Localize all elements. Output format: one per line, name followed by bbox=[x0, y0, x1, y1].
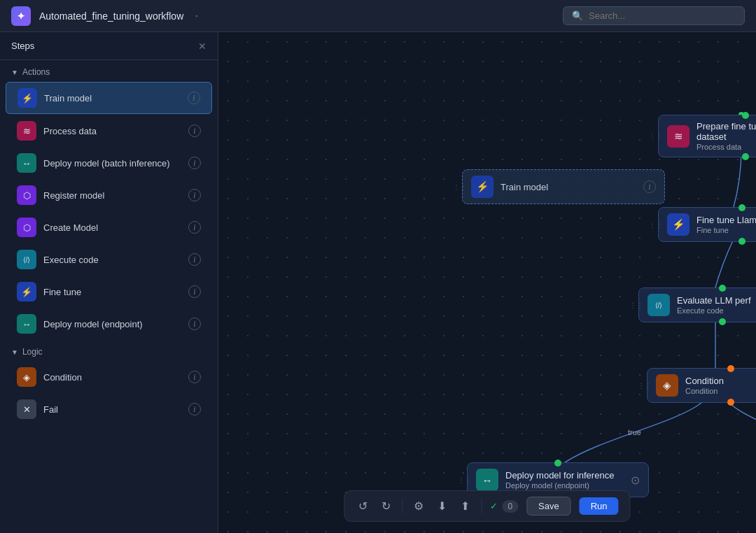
condition-node-subtitle: Condition bbox=[685, 387, 756, 395]
prepare-dataset-title: Prepare fine tuning dataset bbox=[696, 121, 756, 142]
check-badge: 0 bbox=[502, 500, 518, 513]
condition-top-connector bbox=[727, 365, 734, 372]
node-evaluate-llm[interactable]: ⋮⋮ ⟨/⟩ Evaluate LLM perf Execute code ⊙ bbox=[638, 287, 756, 322]
deploy-endpoint-info-icon[interactable]: i bbox=[188, 318, 201, 330]
connections-svg: true false bbox=[218, 32, 756, 533]
condition-label: Condition bbox=[43, 372, 82, 383]
top-bar: ✦ Automated_fine_tuning_workflow · 🔍 bbox=[0, 0, 756, 32]
actions-chevron-icon: ▼ bbox=[11, 69, 18, 76]
condition-node-icon: ◈ bbox=[656, 374, 678, 397]
sidebar-tab-label: Steps bbox=[11, 41, 34, 51]
fine-tune-llama-top-connector bbox=[738, 204, 746, 211]
evaluate-llm-drag-handle: ⋮⋮ bbox=[629, 301, 643, 309]
register-model-info-icon[interactable]: i bbox=[188, 189, 201, 201]
register-model-icon: ⬡ bbox=[17, 185, 36, 205]
ghost-node-train-model[interactable]: ⋮⋮ ⚡ Train model i bbox=[462, 169, 665, 204]
download-button[interactable]: ⬇ bbox=[435, 497, 449, 516]
ghost-node-title: Train model bbox=[500, 182, 636, 192]
sidebar-item-train-model[interactable]: ⚡ Train model i bbox=[6, 82, 212, 114]
fine-tune-llama-icon: ⚡ bbox=[667, 213, 690, 236]
sidebar-close-button[interactable]: ✕ bbox=[198, 41, 206, 51]
deploy-endpoint-icon: ↔ bbox=[17, 314, 36, 334]
title-dot: · bbox=[195, 8, 198, 23]
search-bar[interactable]: 🔍 bbox=[563, 6, 745, 25]
sidebar-item-fine-tune[interactable]: ⚡ Fine tune i bbox=[6, 276, 212, 307]
search-icon: 🔍 bbox=[572, 10, 583, 21]
condition-icon: ◈ bbox=[17, 367, 36, 387]
execute-code-icon: ⟨/⟩ bbox=[17, 250, 36, 269]
deploy-inference-subtitle: Deploy model (endpoint) bbox=[505, 481, 621, 490]
deploy-inference-menu-icon[interactable]: ⊙ bbox=[631, 474, 640, 487]
train-model-label: Train model bbox=[44, 93, 92, 104]
fail-label: Fail bbox=[43, 404, 58, 415]
sidebar-item-register-model[interactable]: ⬡ Register model i bbox=[6, 180, 212, 211]
sidebar-item-execute-code[interactable]: ⟨/⟩ Execute code i bbox=[6, 244, 212, 275]
evaluate-llm-top-connector bbox=[719, 285, 726, 292]
register-model-label: Register model bbox=[43, 190, 104, 201]
sidebar-item-create-model[interactable]: ⬡ Create Model i bbox=[6, 212, 212, 243]
sidebar-item-process-data[interactable]: ≋ Process data i bbox=[6, 115, 212, 146]
deploy-batch-icon: ↔ bbox=[17, 153, 36, 173]
ghost-node-info-icon[interactable]: i bbox=[643, 180, 656, 193]
sidebar-header: Steps ✕ bbox=[0, 32, 218, 60]
sidebar-item-fail[interactable]: ✕ Fail i bbox=[6, 394, 212, 425]
save-button[interactable]: Save bbox=[526, 497, 571, 516]
logic-section-label[interactable]: ▼ Logic bbox=[0, 340, 218, 361]
train-model-icon: ⚡ bbox=[18, 88, 37, 108]
check-status: ✓ 0 bbox=[490, 500, 518, 513]
create-model-icon: ⬡ bbox=[17, 218, 36, 237]
deploy-inference-drag-handle: ⋮⋮ bbox=[458, 476, 472, 484]
deploy-inference-top-connector bbox=[554, 460, 561, 467]
sidebar: Steps ✕ ▼ Actions ⚡ Train model i ≋ Proc… bbox=[0, 32, 218, 533]
deploy-batch-info-icon[interactable]: i bbox=[188, 157, 201, 169]
toolbar-divider-1 bbox=[402, 499, 402, 513]
condition-node-title: Condition bbox=[685, 376, 756, 386]
node-prepare-dataset[interactable]: ⋮⋮ ≋ Prepare fine tuning dataset Process… bbox=[658, 115, 756, 157]
settings-button[interactable]: ⚙ bbox=[411, 497, 426, 516]
actions-section-label[interactable]: ▼ Actions bbox=[0, 60, 218, 81]
sidebar-item-deploy-batch[interactable]: ↔ Deploy model (batch inference) i bbox=[6, 148, 212, 178]
node-condition[interactable]: ⋮⋮ ◈ Condition Condition ⊙ bbox=[647, 368, 756, 403]
fine-tune-label: Fine tune bbox=[43, 287, 81, 297]
process-data-icon: ≋ bbox=[17, 121, 36, 141]
evaluate-llm-title: Evaluate LLM perf bbox=[677, 295, 756, 306]
condition-drag-handle: ⋮⋮ bbox=[638, 382, 652, 390]
prepare-dataset-icon: ≋ bbox=[667, 125, 690, 148]
evaluate-llm-subtitle: Execute code bbox=[677, 306, 756, 315]
deploy-inference-icon: ↔ bbox=[476, 469, 498, 491]
execute-code-info-icon[interactable]: i bbox=[188, 253, 201, 266]
logic-label: Logic bbox=[22, 347, 43, 357]
execute-code-label: Execute code bbox=[43, 255, 99, 265]
fine-tune-llama-drag-handle: ⋮⋮ bbox=[649, 221, 663, 229]
bottom-toolbar: ↺ ↻ ⚙ ⬇ ⬆ ✓ 0 Save Run bbox=[344, 490, 630, 522]
process-data-info-icon[interactable]: i bbox=[188, 125, 201, 137]
ghost-node-icon: ⚡ bbox=[471, 176, 493, 198]
deploy-batch-label: Deploy model (batch inference) bbox=[43, 158, 170, 169]
redo-button[interactable]: ↻ bbox=[379, 497, 393, 516]
run-button[interactable]: Run bbox=[580, 497, 619, 515]
workflow-title: Automated_fine_tuning_workflow bbox=[39, 10, 183, 22]
deploy-inference-title: Deploy model for inference bbox=[505, 470, 621, 481]
condition-info-icon[interactable]: i bbox=[188, 371, 201, 383]
check-icon: ✓ bbox=[490, 501, 498, 511]
create-model-info-icon[interactable]: i bbox=[188, 221, 201, 234]
train-model-info-icon[interactable]: i bbox=[188, 92, 200, 104]
node-fine-tune-llama[interactable]: ⋮⋮ ⚡ Fine tune Llama 3.1 Fine tune ⊙ bbox=[658, 207, 756, 242]
prepare-dataset-drag-handle: ⋮⋮ bbox=[649, 132, 663, 140]
share-button[interactable]: ⬆ bbox=[458, 497, 472, 516]
evaluate-llm-bottom-connector bbox=[719, 318, 726, 325]
deploy-endpoint-label: Deploy model (endpoint) bbox=[43, 319, 143, 329]
fine-tune-icon: ⚡ bbox=[17, 282, 36, 301]
ghost-drag-handle: ⋮⋮ bbox=[453, 183, 467, 191]
actions-label: Actions bbox=[22, 67, 50, 77]
canvas[interactable]: true false ⋮⋮ ⚡ Train model i ⋮⋮ ≋ Prepa… bbox=[218, 32, 756, 533]
toolbar-divider-2 bbox=[481, 499, 482, 513]
undo-button[interactable]: ↺ bbox=[356, 497, 370, 516]
sidebar-item-deploy-endpoint[interactable]: ↔ Deploy model (endpoint) i bbox=[6, 308, 212, 339]
process-data-label: Process data bbox=[43, 126, 97, 136]
sidebar-item-condition[interactable]: ◈ Condition i bbox=[6, 362, 212, 392]
search-input[interactable] bbox=[589, 10, 736, 21]
fine-tune-info-icon[interactable]: i bbox=[188, 285, 201, 298]
fail-info-icon[interactable]: i bbox=[188, 403, 201, 415]
create-model-label: Create Model bbox=[43, 222, 98, 233]
